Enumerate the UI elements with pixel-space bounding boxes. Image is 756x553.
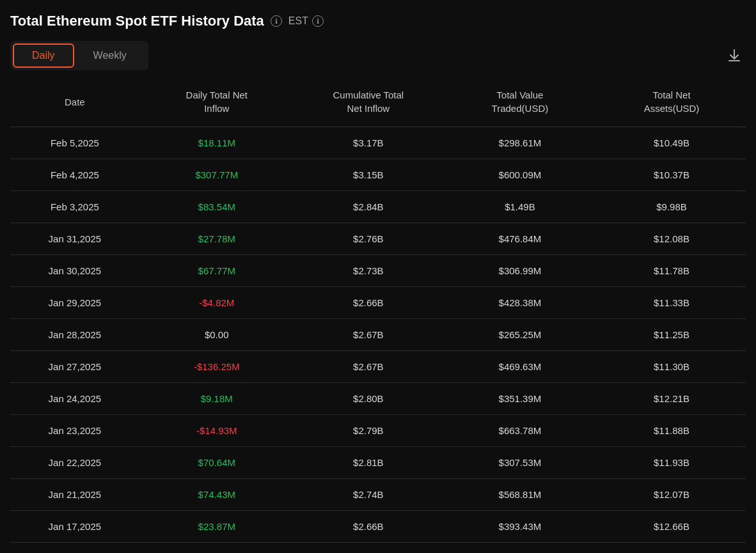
tab-group: Daily Weekly [10, 41, 148, 70]
cell-daily-inflow: -$136.25M [139, 351, 294, 383]
cell-total-net-assets: $12.66B [597, 511, 746, 543]
cell-cumulative-inflow: $2.81B [294, 447, 443, 479]
col-header-cumulative-inflow: Cumulative TotalNet Inflow [294, 77, 443, 127]
cell-daily-inflow: $23.87M [139, 511, 294, 543]
cell-total-value-traded: $393.43M [443, 511, 597, 543]
table-row: Jan 17,2025 $23.87M $2.66B $393.43M $12.… [10, 511, 746, 543]
cell-daily-inflow: $67.77M [139, 255, 294, 287]
table-row: Feb 5,2025 $18.11M $3.17B $298.61M $10.4… [10, 127, 746, 159]
cell-total-net-assets: $11.25B [597, 319, 746, 351]
cell-date: Jan 30,2025 [10, 255, 139, 287]
tabs-row: Daily Weekly [10, 41, 746, 70]
cell-cumulative-inflow: $2.67B [294, 351, 443, 383]
cell-cumulative-inflow: $3.15B [294, 159, 443, 191]
cell-date: Jan 17,2025 [10, 511, 139, 543]
title-info-icon[interactable]: ℹ [271, 15, 282, 27]
cell-cumulative-inflow: $2.67B [294, 319, 443, 351]
download-button[interactable] [723, 44, 746, 67]
cell-date: Feb 5,2025 [10, 127, 139, 159]
cell-daily-inflow: $83.54M [139, 191, 294, 223]
cell-date: Jan 22,2025 [10, 447, 139, 479]
table-row: Jan 29,2025 -$4.82M $2.66B $428.38M $11.… [10, 287, 746, 319]
cell-daily-inflow: $74.43M [139, 479, 294, 511]
cell-total-net-assets: $12.08B [597, 223, 746, 255]
cell-total-value-traded: $298.61M [443, 127, 597, 159]
cell-date: Jan 28,2025 [10, 319, 139, 351]
cell-cumulative-inflow: $2.76B [294, 223, 443, 255]
col-header-total-net-assets: Total NetAssets(USD) [597, 77, 746, 127]
cell-daily-inflow: -$14.93M [139, 415, 294, 447]
cell-total-net-assets: $12.21B [597, 383, 746, 415]
cell-total-value-traded: $307.53M [443, 447, 597, 479]
cell-date: Jan 31,2025 [10, 223, 139, 255]
cell-daily-inflow: $0.00 [139, 319, 294, 351]
cell-date: Feb 4,2025 [10, 159, 139, 191]
col-header-date: Date [10, 77, 139, 127]
table-row: Feb 4,2025 $307.77M $3.15B $600.09M $10.… [10, 159, 746, 191]
cell-total-value-traded: $265.25M [443, 319, 597, 351]
cell-daily-inflow: $27.78M [139, 223, 294, 255]
timezone-badge: EST ℹ [288, 15, 324, 27]
cell-date: Jan 21,2025 [10, 479, 139, 511]
cell-date: Jan 23,2025 [10, 415, 139, 447]
page-title: Total Ethereum Spot ETF History Data [10, 13, 264, 29]
cell-total-value-traded: $568.81M [443, 479, 597, 511]
cell-date: Jan 24,2025 [10, 383, 139, 415]
cell-date: Jan 27,2025 [10, 351, 139, 383]
cell-daily-inflow: $18.11M [139, 127, 294, 159]
cell-daily-inflow: $307.77M [139, 159, 294, 191]
cell-total-net-assets: $11.78B [597, 255, 746, 287]
cell-total-value-traded: $306.99M [443, 255, 597, 287]
table-header-row: Date Daily Total NetInflow Cumulative To… [10, 77, 746, 127]
cell-total-value-traded: $1.49B [443, 191, 597, 223]
table-row: Jan 28,2025 $0.00 $2.67B $265.25M $11.25… [10, 319, 746, 351]
cell-total-net-assets: $9.98B [597, 191, 746, 223]
cell-total-net-assets: $11.33B [597, 287, 746, 319]
table-row: Jan 31,2025 $27.78M $2.76B $476.84M $12.… [10, 223, 746, 255]
cell-total-net-assets: $10.49B [597, 127, 746, 159]
table-row: Jan 24,2025 $9.18M $2.80B $351.39M $12.2… [10, 383, 746, 415]
est-info-icon[interactable]: ℹ [312, 15, 324, 27]
cell-daily-inflow: -$4.82M [139, 287, 294, 319]
cell-cumulative-inflow: $2.66B [294, 511, 443, 543]
cell-daily-inflow: $70.64M [139, 447, 294, 479]
main-container: Total Ethereum Spot ETF History Data ℹ E… [0, 0, 756, 543]
cell-cumulative-inflow: $2.66B [294, 287, 443, 319]
tab-daily[interactable]: Daily [13, 43, 74, 68]
cell-date: Feb 3,2025 [10, 191, 139, 223]
col-header-total-value-traded: Total ValueTraded(USD) [443, 77, 597, 127]
cell-cumulative-inflow: $3.17B [294, 127, 443, 159]
cell-cumulative-inflow: $2.80B [294, 383, 443, 415]
table-row: Jan 30,2025 $67.77M $2.73B $306.99M $11.… [10, 255, 746, 287]
cell-total-value-traded: $476.84M [443, 223, 597, 255]
col-header-daily-inflow: Daily Total NetInflow [139, 77, 294, 127]
data-table: Date Daily Total NetInflow Cumulative To… [10, 77, 746, 543]
cell-total-value-traded: $351.39M [443, 383, 597, 415]
cell-total-value-traded: $428.38M [443, 287, 597, 319]
cell-total-value-traded: $663.78M [443, 415, 597, 447]
table-row: Jan 27,2025 -$136.25M $2.67B $469.63M $1… [10, 351, 746, 383]
table-row: Jan 23,2025 -$14.93M $2.79B $663.78M $11… [10, 415, 746, 447]
tab-weekly[interactable]: Weekly [74, 43, 146, 68]
cell-total-value-traded: $600.09M [443, 159, 597, 191]
cell-cumulative-inflow: $2.79B [294, 415, 443, 447]
cell-total-net-assets: $10.37B [597, 159, 746, 191]
cell-total-value-traded: $469.63M [443, 351, 597, 383]
cell-cumulative-inflow: $2.73B [294, 255, 443, 287]
table-body: Feb 5,2025 $18.11M $3.17B $298.61M $10.4… [10, 127, 746, 543]
table-row: Jan 22,2025 $70.64M $2.81B $307.53M $11.… [10, 447, 746, 479]
table-row: Feb 3,2025 $83.54M $2.84B $1.49B $9.98B [10, 191, 746, 223]
table-row: Jan 21,2025 $74.43M $2.74B $568.81M $12.… [10, 479, 746, 511]
cell-total-net-assets: $11.93B [597, 447, 746, 479]
cell-total-net-assets: $11.88B [597, 415, 746, 447]
cell-total-net-assets: $12.07B [597, 479, 746, 511]
cell-total-net-assets: $11.30B [597, 351, 746, 383]
table-wrapper: Date Daily Total NetInflow Cumulative To… [10, 77, 746, 543]
cell-cumulative-inflow: $2.74B [294, 479, 443, 511]
cell-daily-inflow: $9.18M [139, 383, 294, 415]
cell-cumulative-inflow: $2.84B [294, 191, 443, 223]
title-row: Total Ethereum Spot ETF History Data ℹ E… [10, 13, 746, 29]
cell-date: Jan 29,2025 [10, 287, 139, 319]
